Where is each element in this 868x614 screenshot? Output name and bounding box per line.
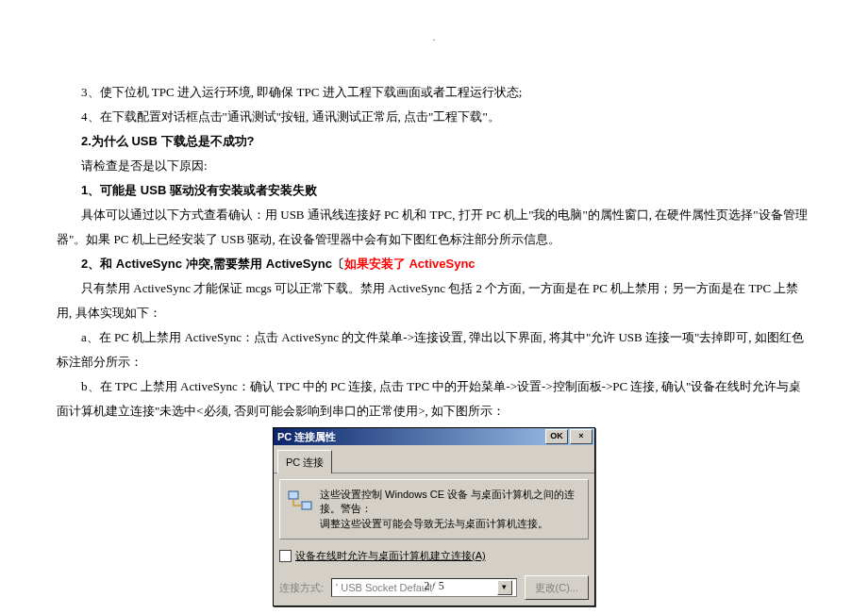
- question-heading: 2.为什么 USB 下载总是不成功?: [57, 129, 811, 154]
- svg-rect-1: [302, 502, 311, 509]
- dialog-titlebar: PC 连接属性 OK ×: [274, 428, 594, 445]
- network-icon: [288, 488, 312, 514]
- allow-connection-label: 设备在线时允许与桌面计算机建立连接(A): [295, 545, 486, 566]
- reason-2-body: 只有禁用 ActiveSync 才能保证 mcgs 可以正常下载。禁用 Acti…: [57, 276, 811, 325]
- reason-2-red: 如果安装了 ActiveSync: [344, 257, 476, 271]
- document-body: 3、使下位机 TPC 进入运行环境, 即确保 TPC 进入工程下载画面或者工程运…: [57, 80, 811, 423]
- info-text: 这些设置控制 Windows CE 设备 与桌面计算机之间的连接。警告： 调整这…: [320, 488, 580, 531]
- info-line-2: 调整这些设置可能会导致无法与桌面计算机连接。: [320, 517, 580, 531]
- reason-2-heading: 2、和 ActiveSync 冲突,需要禁用 ActiveSync〔如果安装了 …: [57, 252, 811, 276]
- step-3: 3、使下位机 TPC 进入运行环境, 即确保 TPC 进入工程下载画面或者工程运…: [57, 80, 811, 105]
- ok-button[interactable]: OK: [545, 429, 568, 444]
- page-header-dot: .: [57, 28, 811, 47]
- dialog-title: PC 连接属性: [277, 428, 336, 445]
- close-button[interactable]: ×: [570, 429, 593, 444]
- page-number: 2 / 5: [0, 574, 868, 597]
- reason-1-body: 具体可以通过以下方式查看确认：用 USB 通讯线连接好 PC 机和 TPC, 打…: [57, 203, 811, 252]
- step-4: 4、在下载配置对话框点击"通讯测试"按钮, 通讯测试正常后, 点击"工程下载"。: [57, 105, 811, 129]
- reason-1-heading: 1、可能是 USB 驱动没有安装或者安装失败: [57, 178, 811, 203]
- tab-strip: PC 连接: [274, 445, 594, 473]
- allow-connection-row[interactable]: 设备在线时允许与桌面计算机建立连接(A): [279, 545, 589, 566]
- check-intro: 请检查是否是以下原因:: [57, 154, 811, 178]
- info-line-1: 这些设置控制 Windows CE 设备 与桌面计算机之间的连接。警告：: [320, 488, 580, 517]
- reason-2-text: 2、和 ActiveSync 冲突,需要禁用 ActiveSync〔: [81, 257, 344, 271]
- tab-pc-connection[interactable]: PC 连接: [277, 450, 332, 473]
- step-a: a、在 PC 机上禁用 ActiveSync：点击 ActiveSync 的文件…: [57, 325, 811, 374]
- svg-rect-0: [289, 491, 298, 499]
- allow-connection-checkbox[interactable]: [279, 550, 292, 562]
- info-panel: 这些设置控制 Windows CE 设备 与桌面计算机之间的连接。警告： 调整这…: [279, 479, 589, 539]
- step-b: b、在 TPC 上禁用 ActiveSync：确认 TPC 中的 PC 连接, …: [57, 374, 811, 423]
